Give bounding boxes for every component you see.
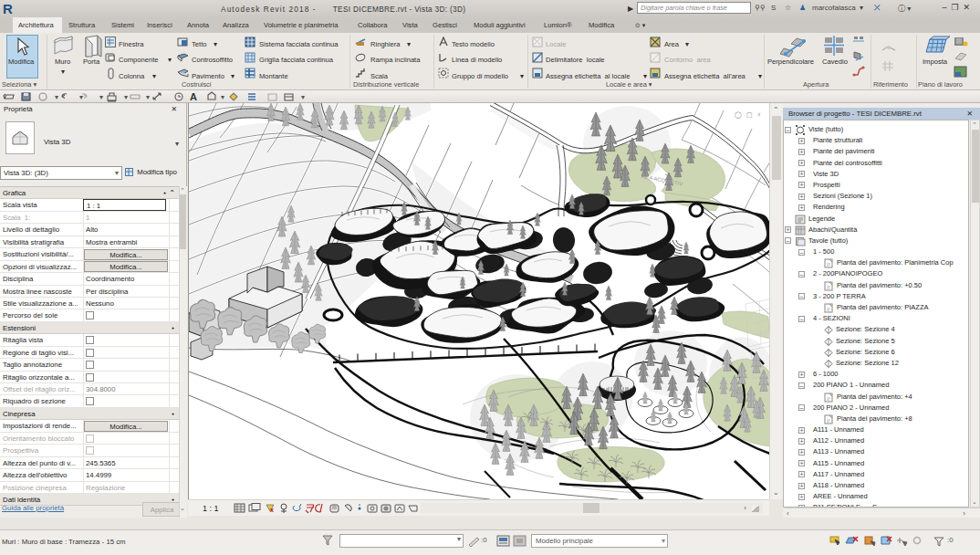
svg-text:▢: ▢ (746, 111, 753, 118)
svg-text:▾: ▾ (55, 93, 58, 101)
svg-text:◯: ◯ (735, 111, 742, 119)
svg-text:A: A (190, 91, 197, 102)
svg-text:▾: ▾ (79, 93, 83, 101)
svg-text:▾: ▾ (99, 93, 103, 101)
svg-text:▾: ▾ (146, 93, 150, 101)
svg-text:x: x (270, 507, 274, 513)
svg-text:☓: ☓ (757, 111, 761, 118)
svg-text:▾: ▾ (124, 93, 128, 101)
svg-text:▾: ▾ (221, 93, 224, 101)
svg-text:▾: ▾ (301, 93, 305, 101)
